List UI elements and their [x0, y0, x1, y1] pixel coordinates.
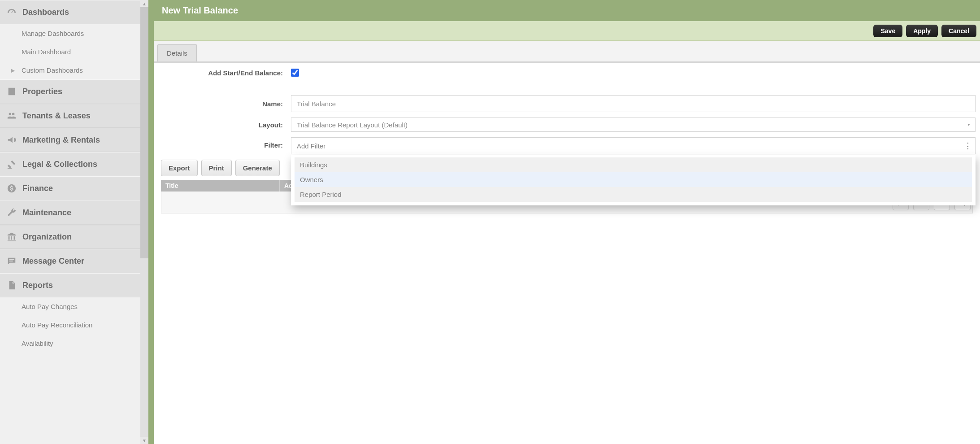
- sidebar-section-dashboards[interactable]: Dashboards: [0, 0, 140, 24]
- wrench-icon: [6, 208, 17, 218]
- bullhorn-icon: [6, 135, 17, 145]
- sidebar-section-properties[interactable]: Properties: [0, 79, 140, 104]
- save-button[interactable]: Save: [873, 25, 902, 37]
- add-balance-label: Add Start/End Balance:: [158, 69, 291, 77]
- print-button[interactable]: Print: [201, 160, 232, 176]
- filter-input[interactable]: Add Filter: [291, 137, 976, 154]
- sidebar-section-marketing[interactable]: Marketing & Rentals: [0, 128, 140, 152]
- apply-button[interactable]: Apply: [906, 25, 938, 37]
- scroll-down-icon[interactable]: ▼: [140, 437, 148, 444]
- sidebar-label: Dashboards: [22, 8, 69, 17]
- document-icon: [6, 280, 17, 290]
- sidebar-label: Properties: [22, 87, 62, 96]
- chevron-right-icon: ▶: [7, 67, 18, 74]
- gauge-icon: [6, 7, 17, 17]
- sidebar-section-maintenance[interactable]: Maintenance: [0, 200, 140, 225]
- scrollbar-thumb[interactable]: [140, 7, 148, 258]
- sidebar-section-finance[interactable]: Finance: [0, 176, 140, 200]
- filter-placeholder: Add Filter: [297, 142, 325, 150]
- gavel-icon: [6, 159, 17, 169]
- sidebar-label: Reports: [22, 281, 53, 290]
- name-label: Name:: [158, 100, 291, 108]
- sidebar-label: Legal & Collections: [22, 160, 97, 169]
- cancel-button[interactable]: Cancel: [941, 25, 976, 37]
- sidebar-item-manage-dashboards[interactable]: Manage Dashboards: [0, 24, 140, 43]
- filter-label: Filter:: [158, 137, 291, 149]
- building-icon: [6, 87, 17, 96]
- layout-label: Layout:: [158, 121, 291, 129]
- sidebar-section-reports[interactable]: Reports: [0, 273, 140, 297]
- sidebar-label: Marketing & Rentals: [22, 135, 100, 145]
- generate-button[interactable]: Generate: [235, 160, 280, 176]
- filter-dropdown: Buildings Owners Report Period: [291, 155, 976, 205]
- export-button[interactable]: Export: [161, 160, 198, 176]
- sidebar-label: Maintenance: [22, 208, 71, 218]
- add-balance-checkbox[interactable]: [291, 69, 299, 77]
- sidebar-label: Finance: [22, 184, 53, 193]
- vertical-divider: [148, 0, 154, 444]
- sidebar-item-availability[interactable]: Availability: [0, 334, 140, 353]
- sidebar-section-organization[interactable]: Organization: [0, 225, 140, 249]
- layout-value: Trial Balance Report Layout (Default): [297, 121, 408, 129]
- sidebar-item-custom-dashboards[interactable]: ▶ Custom Dashboards: [0, 61, 140, 79]
- tabs: Details: [154, 41, 980, 63]
- people-icon: [6, 111, 17, 121]
- filter-option-owners[interactable]: Owners: [295, 172, 972, 187]
- sidebar-section-legal[interactable]: Legal & Collections: [0, 152, 140, 176]
- layout-select[interactable]: Trial Balance Report Layout (Default): [291, 118, 976, 132]
- chat-icon: [6, 256, 17, 266]
- sidebar-scrollbar[interactable]: ▲ ▼: [140, 0, 148, 444]
- filter-option-buildings[interactable]: Buildings: [295, 157, 972, 172]
- tab-details[interactable]: Details: [157, 44, 197, 61]
- grid-col-title[interactable]: Title: [161, 180, 280, 192]
- sidebar-item-auto-pay-reconciliation[interactable]: Auto Pay Reconciliation: [0, 316, 140, 334]
- page-title: New Trial Balance: [154, 0, 980, 21]
- institution-icon: [6, 232, 17, 242]
- filter-kebab-icon[interactable]: ⋮: [964, 142, 972, 150]
- sidebar-label: Organization: [22, 232, 72, 242]
- filter-option-report-period[interactable]: Report Period: [295, 187, 972, 202]
- sidebar-item-auto-pay-changes[interactable]: Auto Pay Changes: [0, 297, 140, 316]
- sidebar-label: Message Center: [22, 257, 84, 266]
- sidebar-item-main-dashboard[interactable]: Main Dashboard: [0, 43, 140, 61]
- scroll-up-icon[interactable]: ▲: [140, 0, 148, 7]
- sidebar: Dashboards Manage Dashboards Main Dashbo…: [0, 0, 140, 444]
- name-input[interactable]: [291, 95, 976, 112]
- action-toolbar: Save Apply Cancel: [154, 21, 980, 41]
- sidebar-section-tenants[interactable]: Tenants & Leases: [0, 104, 140, 128]
- sidebar-sub-label: Custom Dashboards: [22, 66, 83, 74]
- sidebar-section-message-center[interactable]: Message Center: [0, 249, 140, 273]
- dollar-icon: [6, 183, 17, 193]
- sidebar-label: Tenants & Leases: [22, 111, 91, 121]
